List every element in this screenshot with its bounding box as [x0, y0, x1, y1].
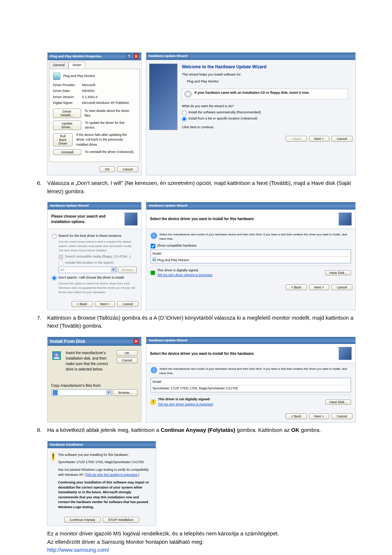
- step-6-text: Válassza a „Don't search, I will" (Ne ke…: [47, 180, 351, 194]
- check-location: [58, 261, 63, 266]
- help-icon[interactable]: ?: [126, 54, 131, 59]
- radio-search-label: Search for the best driver in these loca…: [58, 234, 122, 239]
- cancel-button[interactable]: Cancel: [331, 136, 352, 142]
- svg-point-1: [55, 353, 58, 357]
- step-8-part2: gombra. Kattintson az: [235, 427, 291, 433]
- step-8-part1: Ha a következő ablak jelenik meg, kattin…: [47, 427, 161, 433]
- back-button[interactable]: < Back: [286, 136, 307, 142]
- wizard-text: This wizard helps you install software f…: [182, 72, 348, 77]
- signature-text: This driver is digitally signed.: [157, 268, 323, 273]
- close-icon[interactable]: ✕: [134, 339, 139, 344]
- install-from-disk-dialog: Install From Disk ✕ Insert the manufactu…: [47, 337, 142, 423]
- next-button[interactable]: Next >: [309, 136, 329, 142]
- hw-warn: Continuing your installation of this sof…: [58, 480, 151, 510]
- check-location-label: Include this location in the search:: [65, 260, 114, 266]
- why-signing-link[interactable]: Tell me why driver signing is important: [157, 273, 212, 277]
- label-provider: Driver Provider:: [53, 83, 78, 88]
- value-provider: Microsoft: [82, 83, 95, 88]
- signature-text: This driver is not digitally signed!: [158, 397, 323, 402]
- ok-button[interactable]: OK: [99, 166, 115, 172]
- wizard-icon: [339, 212, 352, 226]
- driver-details-desc: To view details about the driver files.: [85, 109, 136, 118]
- continue-anyway-button[interactable]: Continue Anyway: [64, 517, 101, 523]
- device-name: Plug and Play Monitor: [63, 74, 95, 79]
- model-item[interactable]: Plug and Play Monitor: [157, 258, 189, 262]
- uninstall-button[interactable]: Uninstall: [53, 149, 81, 155]
- ok-button[interactable]: OK: [117, 350, 138, 356]
- step-8-after1: Ez a monitor driver igazoló MS logóval r…: [47, 530, 279, 536]
- wizard-select-driver-1: Hardware Update Wizard Select the device…: [146, 202, 356, 310]
- step-8-after2: Az ellenőrzött driver a Samsung Monitor …: [47, 539, 204, 545]
- radio-search[interactable]: [52, 234, 57, 239]
- close-icon[interactable]: ✕: [134, 54, 139, 59]
- cancel-button[interactable]: Cancel: [117, 301, 138, 307]
- dialog-title: Hardware Update Wizard: [149, 54, 187, 59]
- hardware-update-wizard-welcome: Hardware Update Wizard Welcome to the Ha…: [146, 52, 356, 175]
- radio-list[interactable]: [182, 117, 187, 121]
- chevron-down-icon[interactable]: ▾: [106, 390, 111, 395]
- device-icon: [152, 258, 156, 261]
- step-number-6: 6.: [37, 179, 42, 187]
- label-date: Driver Date:: [53, 89, 78, 94]
- driver-details-button[interactable]: Driver Details...: [53, 109, 81, 118]
- step-7-text: Kattintson a Browse (Tallózás) gombra és…: [47, 315, 354, 329]
- wizard-instr: Select the manufacturer and model of you…: [159, 367, 351, 376]
- tab-general[interactable]: General: [49, 62, 69, 69]
- model-header: Model: [152, 380, 349, 385]
- wizard-select-driver-2: Hardware Update Wizard Select the device…: [146, 337, 356, 423]
- back-button[interactable]: < Back: [72, 301, 93, 307]
- next-button[interactable]: Next >: [95, 301, 115, 307]
- step-8-part3: gombra.: [299, 427, 321, 433]
- model-list[interactable]: Model Plug and Play Monitor: [151, 250, 351, 263]
- samsung-link[interactable]: http://www.samsung.com/: [47, 547, 109, 553]
- next-button[interactable]: Next >: [309, 413, 329, 419]
- next-button[interactable]: Next >: [309, 284, 329, 290]
- step-8-bold1: Continue Anyway (Folytatás): [161, 427, 235, 433]
- wizard-head: Please choose your search and installati…: [51, 214, 121, 224]
- back-button[interactable]: < Back: [286, 413, 307, 419]
- monitor-icon: [53, 73, 60, 80]
- cancel-button[interactable]: Cancel: [331, 413, 352, 419]
- cancel-button[interactable]: Cancel: [117, 166, 138, 172]
- location-path: [59, 268, 111, 272]
- testing-link[interactable]: Tell me why this testing is important.: [86, 473, 138, 477]
- wizard-search-options: Hardware Update Wizard Please choose you…: [47, 202, 142, 310]
- info-icon: i: [151, 232, 157, 239]
- rollback-button[interactable]: Roll Back Driver: [53, 133, 73, 146]
- svg-rect-2: [54, 357, 60, 359]
- tab-driver[interactable]: Driver: [69, 62, 85, 69]
- check-compatible[interactable]: [151, 244, 155, 248]
- have-disk-button[interactable]: Have Disk...: [325, 400, 351, 405]
- radio-dont-search-label: Don't search. I will choose the driver t…: [58, 275, 124, 280]
- back-button[interactable]: < Back: [286, 284, 307, 290]
- radio-dont-search[interactable]: [52, 276, 57, 280]
- wizard-head: Select the device driver you want to ins…: [150, 351, 335, 356]
- wizard-question: What do you want the wizard to do?: [182, 104, 348, 109]
- disk-icon: [51, 350, 62, 361]
- radio-search-desc: Use the check boxes below to limit or ex…: [58, 240, 137, 253]
- dialog-title: Hardware Installation: [50, 442, 83, 447]
- why-signing-link[interactable]: Tell me why driver signing is important: [158, 402, 213, 406]
- value-date: 6/6/2001: [82, 89, 95, 94]
- step-8-text: Ha a következő ablak jelenik meg, kattin…: [47, 427, 321, 433]
- path-input[interactable]: [59, 391, 106, 394]
- check-compatible-label: Show compatible hardware: [157, 243, 197, 248]
- stop-installation-button[interactable]: STOP Installation: [103, 517, 139, 523]
- cancel-button[interactable]: Cancel: [117, 357, 138, 363]
- step-8-bold2: OK: [291, 427, 299, 433]
- value-signer: Microsoft Windows XP Publisher: [82, 101, 129, 106]
- step-number-7: 7.: [37, 314, 42, 322]
- have-disk-button[interactable]: Have Disk...: [325, 270, 351, 275]
- browse-button[interactable]: Browse...: [113, 389, 138, 396]
- radio-auto[interactable]: [182, 110, 187, 115]
- update-driver-button[interactable]: Update Driver...: [53, 121, 81, 130]
- radio-list-label: Install from a list or specific location…: [188, 116, 257, 121]
- radio-auto-label: Install the software automatically (Reco…: [188, 110, 261, 115]
- value-version: 5.1.2001.0: [82, 95, 98, 100]
- wizard-icon: [124, 212, 138, 226]
- cancel-button[interactable]: Cancel: [331, 284, 352, 290]
- hw-line3b: ): [138, 473, 139, 477]
- dialog-title: Install From Disk: [50, 338, 85, 345]
- model-item[interactable]: SyncMaster 171S/ 175S/ 170S, MagicSyncMa…: [152, 386, 349, 391]
- model-list[interactable]: Model SyncMaster 171S/ 175S/ 170S, Magic…: [151, 378, 351, 392]
